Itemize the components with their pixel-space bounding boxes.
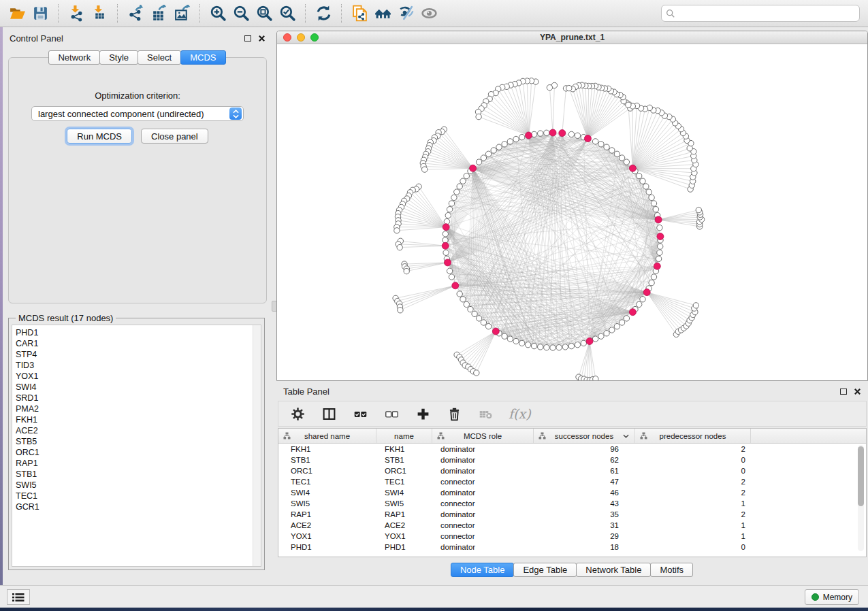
import-network-icon[interactable] — [65, 3, 88, 24]
table-cell: SWI4 — [278, 487, 376, 498]
mcds-result-item[interactable]: RAP1 — [16, 458, 261, 469]
mcds-result-item[interactable]: CAR1 — [16, 338, 261, 349]
mcds-result-item[interactable]: ORC1 — [16, 447, 261, 458]
table-cell: STB1 — [376, 455, 432, 465]
table-cell — [751, 509, 866, 520]
network-window-titlebar[interactable]: YPA_prune.txt_1 — [277, 31, 867, 44]
zoom-selected-icon[interactable] — [276, 3, 299, 24]
mcds-result-items: PHD1CAR1STP4TID3YOX1SWI4SRD1PMA2FKH1ACE2… — [12, 325, 261, 512]
mcds-result-list[interactable]: PHD1CAR1STP4TID3YOX1SWI4SRD1PMA2FKH1ACE2… — [12, 325, 261, 567]
table-row[interactable]: ACE2ACE2connector311 — [278, 520, 866, 531]
delete-column-icon[interactable] — [446, 406, 462, 422]
table-row[interactable]: PHD1PHD1dominator180 — [278, 542, 866, 552]
save-session-icon[interactable] — [29, 3, 52, 24]
mcds-result-scrollbar[interactable] — [253, 325, 261, 566]
network-graph[interactable] — [277, 44, 867, 380]
table-row[interactable]: FKH1FKH1dominator962 — [278, 444, 866, 455]
table-row[interactable]: STB1STB1dominator620 — [278, 455, 866, 465]
column-header-name[interactable]: name — [376, 429, 432, 443]
show-columns-icon[interactable] — [321, 406, 337, 422]
mcds-result-item[interactable]: YOX1 — [16, 371, 261, 382]
refresh-icon[interactable] — [312, 3, 335, 24]
search-icon — [666, 9, 675, 18]
mcds-result-group: MCDS result (17 nodes) PHD1CAR1STP4TID3Y… — [8, 318, 265, 570]
table-cell: 18 — [534, 542, 635, 552]
node-table-rows: FKH1FKH1dominator962STB1STB1dominator620… — [278, 444, 866, 552]
table-cell: connector — [432, 531, 534, 542]
table-cell: 96 — [534, 444, 635, 455]
select-stepper-icon — [229, 108, 242, 120]
tab-mcds[interactable]: MCDS — [180, 50, 225, 65]
tab-select[interactable]: Select — [138, 50, 181, 65]
tab-motifs[interactable]: Motifs — [650, 563, 693, 577]
table-settings-icon[interactable] — [289, 406, 306, 422]
mcds-result-item[interactable]: GCR1 — [16, 501, 261, 512]
memory-button[interactable]: Memory — [805, 589, 859, 605]
mcds-result-item[interactable]: TID3 — [16, 360, 261, 371]
delete-table-icon[interactable] — [477, 406, 494, 422]
table-row[interactable]: ORC1ORC1dominator610 — [278, 465, 866, 476]
search-box[interactable] — [661, 5, 860, 22]
mcds-result-item[interactable]: PHD1 — [16, 327, 261, 338]
network-overview-icon[interactable] — [371, 3, 394, 24]
tab-node-table[interactable]: Node Table — [451, 563, 515, 577]
open-session-icon[interactable] — [5, 3, 29, 24]
criterion-select[interactable]: largest connected component (undirected) — [31, 106, 244, 121]
table-cell: ACE2 — [376, 520, 432, 531]
float-panel-icon[interactable] — [244, 35, 251, 42]
clone-network-icon[interactable] — [348, 3, 371, 24]
zoom-out-icon[interactable] — [229, 3, 253, 24]
table-cell: 0 — [635, 465, 751, 476]
mcds-result-item[interactable]: SWI5 — [16, 480, 261, 491]
mcds-result-item[interactable]: FKH1 — [16, 414, 261, 425]
tab-network[interactable]: Network — [48, 50, 100, 65]
mcds-result-item[interactable]: STB5 — [16, 436, 261, 447]
float-table-panel-icon[interactable] — [840, 389, 847, 395]
tab-edge-table[interactable]: Edge Table — [513, 563, 577, 577]
table-row[interactable]: SWI4SWI4dominator462 — [278, 487, 866, 498]
mcds-result-item[interactable]: STB1 — [16, 469, 261, 480]
mcds-options-box: Optimization criterion: largest connecte… — [8, 57, 267, 303]
close-panel-icon[interactable] — [258, 35, 266, 42]
column-header-mcds-role[interactable]: MCDS role — [432, 429, 534, 443]
desktop-wallpaper-bottom — [0, 608, 868, 611]
close-panel-button[interactable]: Close panel — [141, 129, 208, 144]
tab-style[interactable]: Style — [99, 50, 138, 65]
tab-network-table[interactable]: Network Table — [576, 563, 651, 577]
table-row[interactable]: TEC1TEC1connector472 — [278, 476, 866, 487]
mcds-result-item[interactable]: PMA2 — [16, 403, 261, 414]
mcds-result-item[interactable]: ACE2 — [16, 425, 261, 436]
table-row[interactable]: SWI5SWI5connector431 — [278, 498, 866, 509]
toolbar-separator — [199, 4, 200, 23]
zoom-in-icon[interactable] — [206, 3, 229, 24]
task-history-button[interactable] — [7, 589, 30, 605]
export-network-icon[interactable] — [124, 3, 147, 24]
hide-graphics-details-icon[interactable] — [394, 3, 417, 24]
table-panel: Table Panel — [276, 383, 868, 584]
mcds-result-item[interactable]: TEC1 — [16, 491, 261, 501]
column-header-successor-nodes[interactable]: successor nodes — [534, 429, 635, 443]
export-table-icon[interactable] — [147, 3, 170, 24]
table-scrollbar[interactable] — [858, 445, 864, 551]
mcds-result-item[interactable]: SRD1 — [16, 393, 261, 403]
close-table-panel-icon[interactable] — [854, 388, 861, 395]
show-graphics-details-icon[interactable] — [417, 3, 440, 24]
mcds-result-item[interactable]: STP4 — [16, 349, 261, 360]
mcds-result-item[interactable]: SWI4 — [16, 382, 261, 393]
column-type-icon — [437, 432, 445, 440]
column-header-shared-name[interactable]: shared name — [278, 429, 376, 443]
search-input[interactable] — [675, 9, 855, 18]
table-cell: STB1 — [278, 455, 376, 465]
import-table-icon[interactable] — [88, 3, 111, 24]
column-header-predecessor-nodes[interactable]: predecessor nodes — [635, 429, 751, 443]
export-image-icon[interactable] — [170, 3, 193, 24]
deselect-all-rows-icon[interactable] — [383, 406, 400, 422]
run-mcds-button[interactable]: Run MCDS — [67, 129, 132, 144]
add-column-icon[interactable] — [415, 406, 431, 422]
function-builder-icon[interactable]: f(x) — [509, 406, 531, 421]
table-scrollbar-thumb[interactable] — [858, 446, 864, 506]
zoom-fit-icon[interactable] — [253, 3, 276, 24]
table-row[interactable]: YOX1YOX1connector291 — [278, 531, 866, 542]
select-all-rows-icon[interactable] — [352, 406, 368, 422]
table-row[interactable]: RAP1RAP1dominator352 — [278, 509, 866, 520]
